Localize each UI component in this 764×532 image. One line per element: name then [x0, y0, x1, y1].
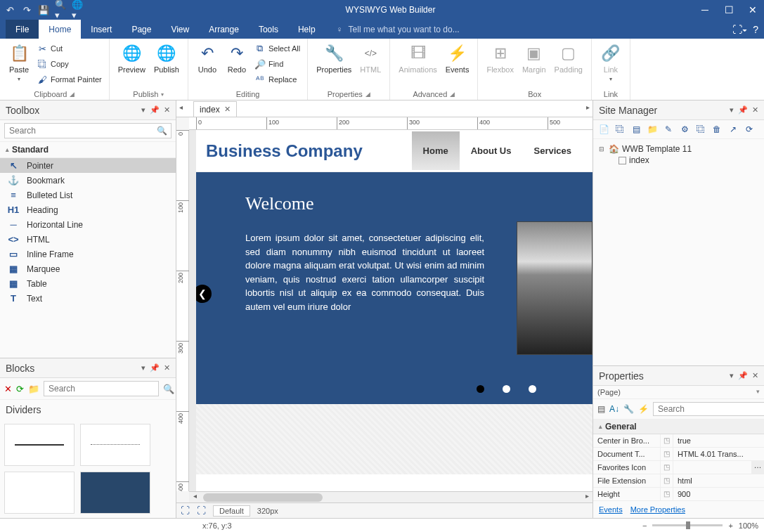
minimize-button[interactable]: ─: [698, 4, 712, 15]
toolbox-item[interactable]: H1Heading: [0, 202, 176, 217]
panel-close-icon[interactable]: ✕: [164, 363, 170, 372]
toolbox-item[interactable]: TText: [0, 291, 176, 306]
toolbox-item[interactable]: ≡Bulleted List: [0, 188, 176, 202]
toolbox-item[interactable]: ─Horizontal Line: [0, 217, 176, 232]
events-link[interactable]: Events: [599, 505, 623, 514]
tab-scroll-right-icon[interactable]: ▸: [586, 103, 590, 111]
undo-button[interactable]: ↶Undo: [194, 41, 221, 75]
toolbox-category[interactable]: ▴Standard: [0, 142, 176, 158]
select-all-button[interactable]: ⧉Select All: [253, 41, 302, 56]
redo-button[interactable]: ↷Redo: [224, 41, 250, 75]
property-value[interactable]: true: [673, 434, 764, 447]
link-button[interactable]: 🔗Link▾: [597, 41, 624, 84]
publish-button[interactable]: 🌐Publish: [151, 41, 182, 75]
tree-root[interactable]: ⊟ 🏠 WWB Template 11: [599, 143, 758, 155]
zoom-in-button[interactable]: +: [728, 521, 732, 530]
breakpoint-icon[interactable]: ⛶: [197, 505, 206, 516]
sm-copy-icon[interactable]: ⿻: [694, 123, 707, 136]
toolbox-item[interactable]: ▭Inline Frame: [0, 247, 176, 261]
block-thumb[interactable]: [4, 472, 75, 514]
margin-button[interactable]: ▣Margin: [519, 41, 549, 75]
display-options-icon[interactable]: ⛶▾: [732, 24, 747, 35]
property-row[interactable]: Center in Bro...◳true: [593, 434, 764, 448]
horizontal-scrollbar[interactable]: ◂ ▸: [189, 491, 593, 502]
props-events-icon[interactable]: ⚡: [638, 404, 649, 414]
tab-view[interactable]: View: [161, 20, 199, 39]
tab-insert[interactable]: Insert: [81, 20, 122, 39]
sm-delete-icon[interactable]: 🗑: [711, 123, 723, 136]
panel-close-icon[interactable]: ✕: [752, 105, 758, 115]
html-button[interactable]: </>HTML: [357, 41, 384, 75]
property-row[interactable]: Favorites Icon◳…: [593, 461, 764, 474]
toolbox-item[interactable]: <>HTML: [0, 232, 176, 247]
tree-checkbox[interactable]: [619, 157, 626, 164]
tree-collapse-icon[interactable]: ⊟: [599, 145, 606, 153]
property-row[interactable]: File Extension◳html: [593, 474, 764, 488]
tab-close-icon[interactable]: ✕: [224, 105, 231, 114]
scrollbar-thumb[interactable]: [203, 493, 323, 502]
panel-dropdown-icon[interactable]: ▾: [730, 105, 734, 115]
animations-button[interactable]: 🎞Animations: [396, 41, 439, 75]
blocks-search-input[interactable]: [44, 381, 159, 396]
property-browse-button[interactable]: …: [751, 461, 764, 474]
property-row[interactable]: Height◳900: [593, 488, 764, 501]
properties-launcher-icon[interactable]: ◢: [365, 91, 370, 98]
events-button[interactable]: ⚡Events: [443, 41, 472, 75]
scroll-left-icon[interactable]: ◂: [189, 492, 200, 500]
property-value[interactable]: [673, 461, 751, 474]
block-thumb[interactable]: [80, 472, 150, 514]
panel-dropdown-icon[interactable]: ▾: [730, 371, 734, 380]
toolbox-item[interactable]: ▦Marquee: [0, 261, 176, 276]
preview-dropdown-icon[interactable]: 🔍▾: [55, 4, 66, 15]
tab-page[interactable]: Page: [122, 20, 161, 39]
zoom-slider[interactable]: [652, 524, 723, 526]
sm-refresh-icon[interactable]: ⟳: [743, 123, 756, 136]
copy-button[interactable]: ⿻Copy: [35, 57, 103, 71]
scroll-right-icon[interactable]: ▸: [581, 492, 593, 500]
panel-pin-icon[interactable]: 📌: [150, 105, 160, 115]
panel-close-icon[interactable]: ✕: [164, 105, 170, 115]
redo-icon[interactable]: ↷: [21, 4, 32, 15]
block-thumb[interactable]: [80, 424, 150, 466]
undo-icon[interactable]: ↶: [4, 4, 15, 15]
breakpoint-name[interactable]: Default: [213, 505, 250, 517]
zoom-level[interactable]: 100%: [739, 521, 758, 530]
tab-home[interactable]: Home: [39, 20, 81, 39]
toolbox-search-input[interactable]: [4, 123, 171, 138]
sm-export-icon[interactable]: ↗: [727, 123, 739, 136]
maximize-button[interactable]: ☐: [722, 4, 736, 15]
toolbox-item[interactable]: ▦Table: [0, 276, 176, 291]
sm-new-page-icon[interactable]: 📄: [597, 123, 610, 136]
flexbox-button[interactable]: ⊞Flexbox: [484, 41, 517, 75]
tab-help[interactable]: Help: [288, 20, 325, 39]
sm-clone-icon[interactable]: ⿻: [614, 123, 626, 136]
sm-folder-icon[interactable]: 📁: [646, 123, 659, 136]
clipboard-launcher-icon[interactable]: ◢: [70, 91, 75, 98]
property-row[interactable]: Document T...◳HTML 4.01 Trans...: [593, 448, 764, 461]
properties-search-input[interactable]: [653, 402, 764, 416]
panel-pin-icon[interactable]: 📌: [738, 105, 748, 115]
canvas[interactable]: Business Company Home About Us Services …: [189, 130, 593, 491]
tab-scroll-left-icon[interactable]: ◂: [179, 103, 183, 111]
properties-object-selector[interactable]: (Page)▾: [593, 386, 764, 399]
property-value[interactable]: 900: [673, 488, 764, 500]
publish-dropdown[interactable]: ▾: [161, 91, 164, 98]
block-thumb[interactable]: [4, 424, 75, 466]
toolbox-item[interactable]: ⚓Bookmark: [0, 173, 176, 188]
tab-arrange[interactable]: Arrange: [199, 20, 249, 39]
find-button[interactable]: 🔎Find: [253, 57, 302, 71]
panel-pin-icon[interactable]: 📌: [150, 363, 160, 372]
paste-button[interactable]: 📋 Paste▾: [6, 41, 32, 84]
tree-child[interactable]: index: [599, 155, 758, 166]
props-wrench-icon[interactable]: 🔧: [623, 404, 634, 414]
breakpoint-icon[interactable]: ⛶: [181, 505, 190, 516]
tell-me-search[interactable]: ♀ Tell me what you want to do...: [337, 25, 460, 34]
properties-category[interactable]: ▴General: [593, 420, 764, 434]
replace-button[interactable]: ᴬᴮReplace: [253, 72, 302, 86]
tab-file[interactable]: File: [6, 20, 39, 39]
blocks-refresh-icon[interactable]: ⟳: [16, 384, 24, 394]
blocks-folder-icon[interactable]: 📁: [28, 384, 39, 394]
panel-dropdown-icon[interactable]: ▾: [141, 105, 145, 115]
panel-pin-icon[interactable]: 📌: [738, 371, 748, 380]
help-icon[interactable]: ?: [753, 24, 758, 35]
